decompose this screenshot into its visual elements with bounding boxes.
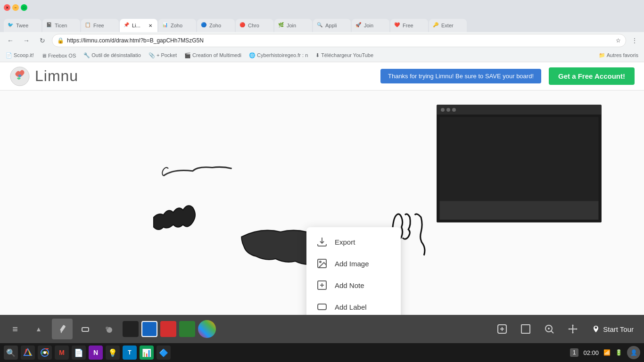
zoom-in-button[interactable] xyxy=(539,319,560,339)
tab-title-zoho1: Zoho xyxy=(171,23,192,28)
back-button[interactable]: ← xyxy=(4,34,17,47)
up-arrow-button[interactable]: ▲ xyxy=(28,319,49,339)
limnu-logo-text: Limnu xyxy=(35,67,78,85)
bookmark-cyber[interactable]: 🌐 Cyberhistoiregeo.fr : n xyxy=(247,51,310,59)
svg-point-15 xyxy=(106,327,108,329)
tab-favicon-join2: 🚀 xyxy=(355,22,362,29)
location-icon xyxy=(592,325,600,333)
tab-exter1[interactable]: 🔑 Exter xyxy=(429,19,467,32)
svg-rect-19 xyxy=(521,325,530,333)
export-icon xyxy=(316,236,328,248)
header-save-message: Thanks for trying Limnu! Be sure to SAVE… xyxy=(380,69,541,83)
tab-ticen[interactable]: 📓 Ticen xyxy=(42,19,80,32)
tab-limnu[interactable]: 📌 Li... ✕ xyxy=(120,19,157,32)
bookmark-telecharger[interactable]: ⬇ Téléchargeur YouTube xyxy=(314,51,375,59)
color-blue-swatch[interactable] xyxy=(141,321,157,337)
brush-size-button[interactable] xyxy=(99,319,120,339)
add-action-button[interactable] xyxy=(492,319,512,339)
taskbar-sheets[interactable]: 📊 xyxy=(140,346,154,360)
menu-button[interactable]: ≡ xyxy=(5,319,25,339)
taskbar-profile-icon[interactable]: 👤 xyxy=(627,346,640,359)
tab-title-zoho2: Zoho xyxy=(209,23,231,28)
add-label-icon xyxy=(316,301,328,313)
tab-close-limnu[interactable]: ✕ xyxy=(147,22,154,29)
reload-button[interactable]: ↻ xyxy=(36,34,49,47)
tab-title-exter1: Exter xyxy=(441,23,463,28)
canvas-area[interactable]: Export Add Image xyxy=(0,90,644,315)
win-close[interactable]: ✕ xyxy=(4,4,10,11)
screen-thumb-body xyxy=(437,115,601,222)
tab-title-free2: Free xyxy=(403,23,424,28)
tab-chro1[interactable]: 🔴 Chro xyxy=(236,19,273,32)
taskbar-app2[interactable]: 🔷 xyxy=(157,346,171,360)
taskbar-counter: 1 xyxy=(570,348,579,357)
menu-item-add-note[interactable]: Add Note xyxy=(306,274,401,296)
nav-icons-right: ⋮ xyxy=(629,35,640,46)
screen-dot-2 xyxy=(446,108,450,112)
tab-free[interactable]: 📋 Free xyxy=(81,19,119,32)
win-min[interactable]: − xyxy=(12,4,19,11)
extensions-icon[interactable]: ⋮ xyxy=(629,35,640,46)
bookmark-creation[interactable]: 🎬 Creation of Multimedi xyxy=(182,51,243,59)
select-action-button[interactable] xyxy=(515,319,536,339)
tab-zoho2[interactable]: 🔵 Zoho xyxy=(197,19,235,32)
start-tour-button[interactable]: Start Tour xyxy=(586,321,639,337)
pencil-icon xyxy=(57,324,67,334)
bookmark-scoop[interactable]: 📄 Scoop.it! xyxy=(4,51,36,59)
tab-favicon-appli: 🔍 xyxy=(317,22,323,29)
color-red-swatch[interactable] xyxy=(160,321,176,337)
screen-dot-1 xyxy=(441,108,445,112)
tab-favicon-free: 📋 xyxy=(85,22,91,29)
tab-favicon-chro1: 🔴 xyxy=(239,22,246,29)
svg-marker-27 xyxy=(572,332,574,334)
tab-favicon-zoho2: 🔵 xyxy=(201,22,207,29)
taskbar-keep[interactable]: 💡 xyxy=(106,346,120,360)
svg-point-35 xyxy=(43,351,46,354)
screen-thumbnail xyxy=(437,105,602,222)
get-free-account-button[interactable]: Get a Free Account! xyxy=(549,67,635,85)
forward-button[interactable]: → xyxy=(20,34,33,47)
tab-free2[interactable]: ❤️ Free xyxy=(390,19,428,32)
draw-tool-button[interactable] xyxy=(52,319,73,339)
limnu-header: Limnu Thanks for trying Limnu! Be sure t… xyxy=(0,62,644,90)
bookmark-freebox[interactable]: 🖥 Freebox OS xyxy=(40,52,78,59)
menu-item-add-image[interactable]: Add Image xyxy=(306,253,401,274)
bookmark-outil[interactable]: 🔧 Outil de désinstallatio xyxy=(82,51,143,59)
menu-item-add-label[interactable]: Add Label xyxy=(306,296,401,315)
taskbar-docs[interactable]: 📄 xyxy=(72,346,86,360)
address-text: https://limnu.com/d/draw.html?b=B_gapCHh… xyxy=(67,37,613,44)
bookmark-autres[interactable]: 📁 Autres favoris xyxy=(597,51,640,59)
color-green-swatch[interactable] xyxy=(179,321,195,337)
bookmark-pocket[interactable]: 📎 + Pocket xyxy=(147,51,179,59)
tab-appli[interactable]: 🔍 Appli xyxy=(313,19,351,32)
move-icon xyxy=(567,323,578,335)
menu-item-export[interactable]: Export xyxy=(306,231,401,253)
svg-marker-29 xyxy=(576,328,578,330)
win-max[interactable]: □ xyxy=(21,4,27,11)
taskbar-search[interactable]: 🔍 xyxy=(4,346,18,360)
taskbar-gmail[interactable]: M xyxy=(55,346,69,360)
nav-bar: ← → ↻ 🔒 https://limnu.com/d/draw.html?b=… xyxy=(0,32,644,49)
tab-favicon-join1: 🌿 xyxy=(278,22,285,29)
taskbar-right: 1 02:00 📶 🔋 👤 xyxy=(570,346,640,359)
taskbar-onenote[interactable]: N xyxy=(89,346,103,360)
start-tour-label: Start Tour xyxy=(603,325,634,333)
tab-join2[interactable]: 🚀 Join xyxy=(352,19,389,32)
taskbar-trello[interactable]: T xyxy=(123,346,137,360)
eraser-icon xyxy=(81,324,91,334)
eraser-tool-button[interactable] xyxy=(75,319,96,339)
taskbar-chrome[interactable] xyxy=(38,346,52,360)
svg-marker-26 xyxy=(572,324,574,326)
tab-join1[interactable]: 🌿 Join xyxy=(274,19,312,32)
address-bar[interactable]: 🔒 https://limnu.com/d/draw.html?b=B_gapC… xyxy=(52,34,626,47)
color-black-swatch[interactable] xyxy=(123,321,139,337)
taskbar-drive[interactable] xyxy=(21,346,35,360)
bookmark-star-icon[interactable]: ☆ xyxy=(616,37,621,44)
limnu-logo: Limnu xyxy=(9,66,78,87)
tab-zoho1[interactable]: 📊 Zoho xyxy=(158,19,196,32)
select-icon xyxy=(520,323,531,335)
tab-twee[interactable]: 🐦 Twee xyxy=(4,19,41,32)
move-button[interactable] xyxy=(562,319,583,339)
lock-icon: 🔒 xyxy=(57,37,64,44)
color-multi-swatch[interactable] xyxy=(198,320,216,338)
